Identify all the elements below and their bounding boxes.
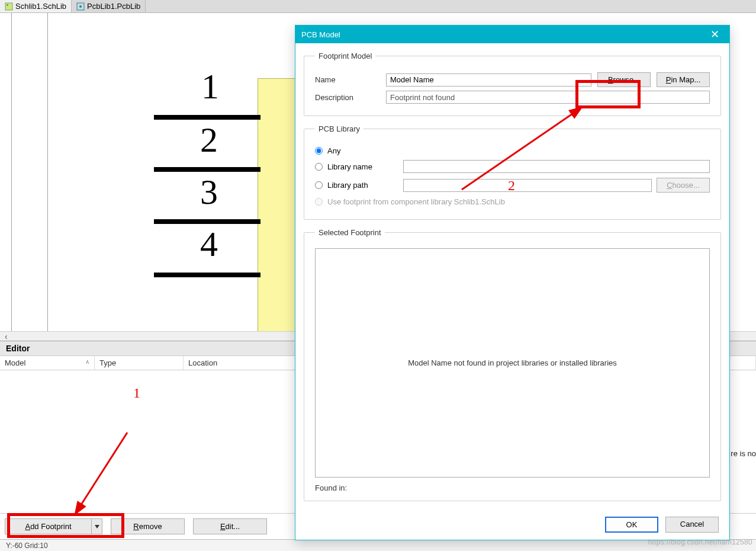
name-field[interactable]: [386, 73, 591, 87]
footprint-model-legend: Footprint Model: [315, 52, 375, 60]
column-header-model[interactable]: Model∧: [0, 356, 95, 370]
selected-footprint-group: Selected Footprint Model Name not found …: [304, 228, 721, 501]
pcb-library-legend: PCB Library: [315, 124, 363, 133]
pcb-model-dialog: PCB Model ✕ Footprint Model Name Browse.…: [295, 25, 730, 540]
pin-map-button[interactable]: Pin Map...: [657, 72, 710, 87]
svg-rect-1: [7, 4, 8, 6]
pin-number-4: 4: [200, 224, 218, 265]
add-footprint-dropdown[interactable]: [91, 519, 102, 534]
svg-rect-0: [5, 3, 12, 10]
footprint-model-group: Footprint Model Name Browse... Pin Map..…: [304, 52, 721, 116]
pin-line-4: [154, 273, 260, 277]
choose-button: Choose...: [657, 178, 710, 193]
browse-button[interactable]: Browse...: [597, 72, 651, 87]
ok-button[interactable]: OK: [605, 517, 658, 533]
svg-point-3: [79, 5, 82, 8]
pin-number-2: 2: [200, 120, 218, 161]
tab-schlib[interactable]: Schlib1.SchLib: [0, 0, 72, 12]
pin-number-1: 1: [201, 66, 219, 107]
radio-any-label: Any: [327, 146, 398, 155]
dialog-title: PCB Model: [301, 30, 340, 39]
radio-any[interactable]: [315, 147, 323, 155]
remove-button[interactable]: Remove: [111, 518, 185, 534]
pcb-library-group: PCB Library Any Library name Library pat…: [304, 124, 721, 220]
radio-library-path[interactable]: [315, 181, 323, 189]
edit-button[interactable]: Edit...: [193, 518, 267, 534]
tab-label: Schlib1.SchLib: [15, 2, 66, 11]
clipped-text-right: re is no: [728, 449, 756, 458]
close-icon[interactable]: ✕: [706, 28, 723, 41]
status-bar: Y:-60 Grid:10: [0, 539, 756, 551]
dialog-footer: OK Cancel: [295, 510, 729, 540]
tab-pcblib[interactable]: PcbLib1.PcbLib: [72, 0, 146, 12]
svg-marker-4: [95, 525, 99, 528]
selected-footprint-legend: Selected Footprint: [315, 228, 385, 237]
preview-message: Model Name not found in project librarie…: [408, 358, 617, 367]
component-body: [258, 78, 296, 331]
cancel-button[interactable]: Cancel: [665, 517, 719, 533]
document-tab-bar: Schlib1.SchLib PcbLib1.PcbLib: [0, 0, 756, 13]
pin-line-2: [154, 167, 260, 172]
library-path-field[interactable]: [403, 179, 652, 192]
sort-asc-icon: ∧: [85, 358, 89, 365]
library-name-field[interactable]: [403, 160, 710, 173]
name-label: Name: [315, 75, 380, 84]
radio-use-from-component-label: Use footprint from component library Sch…: [327, 197, 505, 206]
symbol-drawing: 1 2 3 4: [47, 13, 296, 331]
radio-library-path-label: Library path: [327, 181, 398, 190]
radio-library-name-label: Library name: [327, 162, 398, 171]
description-label: Description: [315, 93, 380, 102]
ruler-left: [0, 13, 12, 331]
add-footprint-button[interactable]: Add Footprint: [5, 518, 102, 534]
pin-line-3: [154, 219, 260, 224]
schlib-icon: [5, 2, 13, 11]
annotation-number-1: 1: [133, 385, 140, 401]
description-field[interactable]: [386, 91, 710, 104]
chevron-down-icon: [95, 524, 99, 529]
pcblib-icon: [76, 2, 85, 11]
dialog-title-bar[interactable]: PCB Model ✕: [295, 25, 729, 43]
footprint-preview: Model Name not found in project librarie…: [315, 248, 710, 478]
radio-library-name[interactable]: [315, 163, 323, 171]
radio-use-from-component: [315, 198, 323, 206]
pin-line-1: [154, 115, 260, 120]
tab-label: PcbLib1.PcbLib: [87, 2, 140, 11]
found-in-label: Found in:: [315, 483, 710, 492]
column-header-type[interactable]: Type: [95, 356, 184, 370]
pin-number-3: 3: [200, 172, 218, 213]
add-footprint-label: dd Footprint: [30, 522, 71, 531]
